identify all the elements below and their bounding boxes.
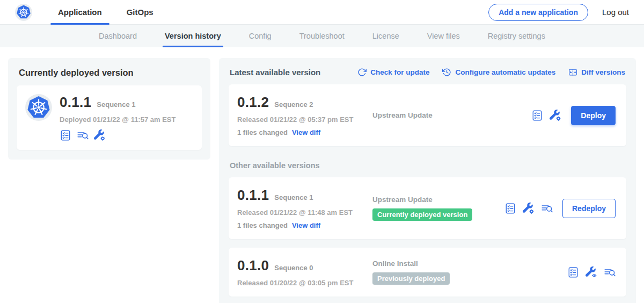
logs-icon[interactable] xyxy=(541,203,553,214)
ship-wheel-icon xyxy=(18,6,30,18)
source-label: Online Install xyxy=(372,259,418,268)
release-notes-icon[interactable] xyxy=(531,110,543,121)
kots-admin-console: Application GitOps Add a new application… xyxy=(0,0,644,303)
redeploy-button[interactable]: Redeploy xyxy=(562,199,616,218)
diff-icon xyxy=(568,68,577,77)
configure-automatic-updates-label: Configure automatic updates xyxy=(455,68,555,76)
subnav-item-troubleshoot[interactable]: Troubleshoot xyxy=(299,25,345,47)
version-card-0-1-0: 0.1.0 Sequence 0 Released 01/20/22 @ 03:… xyxy=(229,248,626,297)
tab-application[interactable]: Application xyxy=(50,0,109,24)
version-card-0-1-1: 0.1.1 Sequence 1 Released 01/21/22 @ 11:… xyxy=(229,177,626,239)
sequence-label: Sequence 1 xyxy=(274,193,313,201)
subnav-item-config[interactable]: Config xyxy=(249,25,272,47)
released-timestamp: Released 01/21/22 @ 11:48 am EST xyxy=(237,208,372,217)
source-label: Upstream Update xyxy=(372,111,433,119)
subnav-item-license[interactable]: License xyxy=(372,25,399,47)
version-card-0-1-2: 0.1.2 Sequence 2 Released 01/21/22 @ 05:… xyxy=(229,84,626,146)
released-timestamp: Released 01/21/22 @ 05:37 pm EST xyxy=(237,116,372,124)
version-number: 0.1.2 xyxy=(237,94,269,111)
diff-versions-label: Diff versions xyxy=(581,68,625,76)
main-content: Currently deployed version 0.1.1 Sequenc… xyxy=(0,47,644,303)
deploy-button[interactable]: Deploy xyxy=(571,106,616,125)
view-diff-link[interactable]: View diff xyxy=(292,221,320,229)
logout-button[interactable]: Log out xyxy=(602,8,629,17)
sequence-label: Sequence 0 xyxy=(274,264,313,272)
schedule-icon xyxy=(442,68,451,77)
app-subnav: Dashboard Version history Config Trouble… xyxy=(0,25,644,47)
currently-deployed-panel: Currently deployed version 0.1.1 Sequenc… xyxy=(8,58,210,160)
version-actions: Deploy xyxy=(531,106,616,125)
config-icon[interactable] xyxy=(523,203,535,214)
version-number: 0.1.1 xyxy=(237,187,269,204)
deployed-version-number: 0.1.1 xyxy=(60,94,91,111)
subnav-item-version-history[interactable]: Version history xyxy=(165,25,221,47)
version-actions xyxy=(567,266,616,278)
app-logo-icon xyxy=(25,94,52,121)
version-info: 0.1.2 Sequence 2 Released 01/21/22 @ 05:… xyxy=(237,94,372,136)
app-switcher-tabs: Application GitOps xyxy=(50,0,171,24)
logs-icon[interactable] xyxy=(604,266,616,278)
deployed-timestamp: Deployed 01/21/22 @ 11:57 am EST xyxy=(60,116,175,124)
deployed-version-info: 0.1.1 Sequence 1 Deployed 01/21/22 @ 11:… xyxy=(60,94,175,141)
add-new-application-button[interactable]: Add a new application xyxy=(488,4,588,21)
view-diff-link[interactable]: View diff xyxy=(292,128,320,136)
config-view-icon[interactable] xyxy=(586,266,597,278)
diff-versions-link[interactable]: Diff versions xyxy=(568,68,625,77)
version-info: 0.1.0 Sequence 0 Released 01/20/22 @ 03:… xyxy=(237,257,372,287)
version-history-panel: Latest available version Check for updat… xyxy=(219,58,636,303)
ship-wheel-icon xyxy=(29,98,48,117)
other-versions-header: Other available versions xyxy=(230,161,625,170)
released-timestamp: Released 01/20/22 @ 03:05 pm EST xyxy=(237,279,372,287)
previously-deployed-badge: Previously deployed xyxy=(372,272,450,285)
check-for-update-label: Check for update xyxy=(370,68,429,76)
version-info: 0.1.1 Sequence 1 Released 01/21/22 @ 11:… xyxy=(237,187,372,229)
sequence-label: Sequence 2 xyxy=(274,100,313,109)
release-notes-icon[interactable] xyxy=(567,266,579,278)
version-actions: Redeploy xyxy=(504,199,616,218)
subnav-item-dashboard[interactable]: Dashboard xyxy=(99,25,137,47)
deployed-sequence-label: Sequence 1 xyxy=(97,100,135,109)
release-notes-icon[interactable] xyxy=(504,203,516,214)
latest-version-header: Latest available version xyxy=(230,68,320,77)
version-source: Upstream Update Currently deployed versi… xyxy=(372,196,504,221)
refresh-icon xyxy=(357,68,367,77)
subnav-item-view-files[interactable]: View files xyxy=(427,25,460,47)
latest-version-header-row: Latest available version Check for updat… xyxy=(229,67,626,77)
configure-automatic-updates-link[interactable]: Configure automatic updates xyxy=(442,68,555,77)
version-source: Online Install Previously deployed xyxy=(372,259,567,285)
logs-icon[interactable] xyxy=(77,129,89,141)
deployed-version-card: 0.1.1 Sequence 1 Deployed 01/21/22 @ 11:… xyxy=(17,85,202,150)
currently-deployed-badge: Currently deployed version xyxy=(372,208,472,221)
version-source: Upstream Update xyxy=(372,111,531,119)
subnav-item-registry-settings[interactable]: Registry settings xyxy=(488,25,545,47)
currently-deployed-title: Currently deployed version xyxy=(19,68,200,78)
check-for-update-link[interactable]: Check for update xyxy=(357,68,429,77)
deployed-actions xyxy=(60,129,175,141)
kubernetes-logo-icon xyxy=(15,4,32,21)
version-actions: Check for update Configure automatic upd… xyxy=(357,68,625,77)
tab-gitops[interactable]: GitOps xyxy=(119,0,161,24)
tab-application-label: Application xyxy=(58,8,102,17)
tab-gitops-label: GitOps xyxy=(127,8,153,17)
config-icon[interactable] xyxy=(550,110,561,121)
version-number: 0.1.0 xyxy=(237,257,269,274)
release-notes-icon[interactable] xyxy=(60,129,71,141)
files-changed-label: 1 files changed xyxy=(237,221,288,229)
config-icon[interactable] xyxy=(94,129,106,141)
top-nav-right: Add a new application Log out xyxy=(488,4,629,21)
top-nav: Application GitOps Add a new application… xyxy=(0,0,644,25)
files-changed-label: 1 files changed xyxy=(237,128,288,136)
source-label: Upstream Update xyxy=(372,196,433,204)
